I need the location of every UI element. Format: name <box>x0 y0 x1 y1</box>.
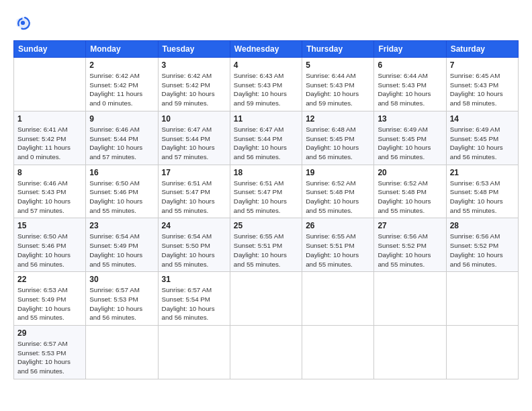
logo <box>13 13 35 32</box>
day-number: 27 <box>378 221 442 230</box>
day-number: 14 <box>450 114 515 124</box>
day-info: Sunrise: 6:45 AM Sunset: 5:43 PM Dayligh… <box>450 71 515 108</box>
calendar-cell: 2 Sunrise: 6:42 AM Sunset: 5:42 PM Dayli… <box>86 58 158 111</box>
calendar-cell: 22 Sunrise: 6:53 AM Sunset: 5:49 PM Dayl… <box>14 272 86 326</box>
calendar-cell: 15 Sunrise: 6:50 AM Sunset: 5:46 PM Dayl… <box>14 218 86 272</box>
calendar-cell: 12 Sunrise: 6:48 AM Sunset: 5:45 PM Dayl… <box>302 111 374 165</box>
calendar-cell: 3 Sunrise: 6:42 AM Sunset: 5:42 PM Dayli… <box>158 58 230 111</box>
calendar-cell: 20 Sunrise: 6:52 AM Sunset: 5:48 PM Dayl… <box>374 165 446 218</box>
day-info: Sunrise: 6:49 AM Sunset: 5:45 PM Dayligh… <box>378 125 442 162</box>
day-number: 8 <box>17 168 82 177</box>
page: Sunday Monday Tuesday Wednesday Thursday… <box>0 0 532 411</box>
day-number: 11 <box>234 114 298 124</box>
day-number: 16 <box>89 168 154 177</box>
calendar-cell: 9 Sunrise: 6:46 AM Sunset: 5:44 PM Dayli… <box>86 111 158 165</box>
day-number: 25 <box>234 221 298 230</box>
calendar-cell <box>86 326 158 379</box>
calendar-cell: 16 Sunrise: 6:50 AM Sunset: 5:46 PM Dayl… <box>86 165 158 218</box>
day-number: 18 <box>234 168 298 177</box>
col-monday: Monday <box>86 41 158 58</box>
calendar-row-4: 22 Sunrise: 6:53 AM Sunset: 5:49 PM Dayl… <box>14 272 519 326</box>
calendar-cell: 8 Sunrise: 6:46 AM Sunset: 5:43 PM Dayli… <box>14 165 86 218</box>
calendar-cell: 27 Sunrise: 6:56 AM Sunset: 5:52 PM Dayl… <box>374 218 446 272</box>
day-info: Sunrise: 6:41 AM Sunset: 5:42 PM Dayligh… <box>17 125 82 162</box>
day-info: Sunrise: 6:47 AM Sunset: 5:44 PM Dayligh… <box>162 125 226 162</box>
day-number: 21 <box>450 168 515 177</box>
day-number: 30 <box>89 275 154 284</box>
calendar-cell: 23 Sunrise: 6:54 AM Sunset: 5:49 PM Dayl… <box>86 218 158 272</box>
day-number: 19 <box>306 168 370 177</box>
calendar-cell <box>302 272 374 326</box>
calendar-cell: 19 Sunrise: 6:52 AM Sunset: 5:48 PM Dayl… <box>302 165 374 218</box>
day-number: 2 <box>89 60 154 70</box>
day-info: Sunrise: 6:42 AM Sunset: 5:42 PM Dayligh… <box>162 71 226 108</box>
calendar-cell: 25 Sunrise: 6:55 AM Sunset: 5:51 PM Dayl… <box>230 218 302 272</box>
day-info: Sunrise: 6:57 AM Sunset: 5:53 PM Dayligh… <box>89 285 154 322</box>
day-number: 4 <box>234 60 298 70</box>
calendar-cell: 1 Sunrise: 6:41 AM Sunset: 5:42 PM Dayli… <box>14 111 86 165</box>
day-number: 7 <box>450 60 515 70</box>
day-info: Sunrise: 6:56 AM Sunset: 5:52 PM Dayligh… <box>378 232 442 269</box>
calendar-cell: 17 Sunrise: 6:51 AM Sunset: 5:47 PM Dayl… <box>158 165 230 218</box>
calendar-row-0: 2 Sunrise: 6:42 AM Sunset: 5:42 PM Dayli… <box>14 58 519 111</box>
day-number: 5 <box>306 60 370 70</box>
day-number: 1 <box>17 114 82 124</box>
calendar-cell <box>374 272 446 326</box>
calendar-cell <box>14 58 86 111</box>
day-number: 20 <box>378 168 442 177</box>
calendar-cell: 7 Sunrise: 6:45 AM Sunset: 5:43 PM Dayli… <box>446 58 518 111</box>
logo-icon <box>13 13 32 32</box>
day-info: Sunrise: 6:52 AM Sunset: 5:48 PM Dayligh… <box>306 179 370 216</box>
day-number: 13 <box>378 114 442 124</box>
col-tuesday: Tuesday <box>158 41 230 58</box>
calendar-row-5: 29 Sunrise: 6:57 AM Sunset: 5:53 PM Dayl… <box>14 326 519 379</box>
col-sunday: Sunday <box>14 41 86 58</box>
calendar-header-row: Sunday Monday Tuesday Wednesday Thursday… <box>14 41 519 58</box>
calendar-row-1: 1 Sunrise: 6:41 AM Sunset: 5:42 PM Dayli… <box>14 111 519 165</box>
calendar-cell: 24 Sunrise: 6:54 AM Sunset: 5:50 PM Dayl… <box>158 218 230 272</box>
day-number: 17 <box>162 168 226 177</box>
col-thursday: Thursday <box>302 41 374 58</box>
day-info: Sunrise: 6:53 AM Sunset: 5:48 PM Dayligh… <box>450 179 515 216</box>
day-number: 15 <box>17 221 82 230</box>
day-info: Sunrise: 6:52 AM Sunset: 5:48 PM Dayligh… <box>378 179 442 216</box>
day-number: 22 <box>17 275 82 284</box>
calendar-cell: 10 Sunrise: 6:47 AM Sunset: 5:44 PM Dayl… <box>158 111 230 165</box>
calendar-cell: 4 Sunrise: 6:43 AM Sunset: 5:43 PM Dayli… <box>230 58 302 111</box>
day-number: 26 <box>306 221 370 230</box>
day-info: Sunrise: 6:47 AM Sunset: 5:44 PM Dayligh… <box>234 125 298 162</box>
day-number: 10 <box>162 114 226 124</box>
calendar-table: Sunday Monday Tuesday Wednesday Thursday… <box>13 40 519 379</box>
calendar-cell <box>230 326 302 379</box>
calendar-cell <box>446 272 518 326</box>
calendar-cell <box>374 326 446 379</box>
calendar-cell: 21 Sunrise: 6:53 AM Sunset: 5:48 PM Dayl… <box>446 165 518 218</box>
day-number: 24 <box>162 221 226 230</box>
day-number: 12 <box>306 114 370 124</box>
day-number: 9 <box>89 114 154 124</box>
day-info: Sunrise: 6:57 AM Sunset: 5:54 PM Dayligh… <box>162 285 226 322</box>
calendar-cell: 31 Sunrise: 6:57 AM Sunset: 5:54 PM Dayl… <box>158 272 230 326</box>
svg-point-1 <box>21 21 25 25</box>
header <box>13 13 519 32</box>
day-info: Sunrise: 6:51 AM Sunset: 5:47 PM Dayligh… <box>234 179 298 216</box>
col-saturday: Saturday <box>446 41 518 58</box>
day-info: Sunrise: 6:51 AM Sunset: 5:47 PM Dayligh… <box>162 179 226 216</box>
day-number: 3 <box>162 60 226 70</box>
day-info: Sunrise: 6:53 AM Sunset: 5:49 PM Dayligh… <box>17 285 82 322</box>
day-number: 23 <box>89 221 154 230</box>
day-info: Sunrise: 6:50 AM Sunset: 5:46 PM Dayligh… <box>17 232 82 269</box>
calendar-cell: 18 Sunrise: 6:51 AM Sunset: 5:47 PM Dayl… <box>230 165 302 218</box>
day-info: Sunrise: 6:57 AM Sunset: 5:53 PM Dayligh… <box>17 339 82 376</box>
calendar-cell: 6 Sunrise: 6:44 AM Sunset: 5:43 PM Dayli… <box>374 58 446 111</box>
day-info: Sunrise: 6:54 AM Sunset: 5:50 PM Dayligh… <box>162 232 226 269</box>
day-info: Sunrise: 6:43 AM Sunset: 5:43 PM Dayligh… <box>234 71 298 108</box>
day-info: Sunrise: 6:50 AM Sunset: 5:46 PM Dayligh… <box>89 179 154 216</box>
calendar-cell: 5 Sunrise: 6:44 AM Sunset: 5:43 PM Dayli… <box>302 58 374 111</box>
day-info: Sunrise: 6:48 AM Sunset: 5:45 PM Dayligh… <box>306 125 370 162</box>
calendar-cell <box>158 326 230 379</box>
day-info: Sunrise: 6:46 AM Sunset: 5:43 PM Dayligh… <box>17 179 82 216</box>
calendar-cell: 13 Sunrise: 6:49 AM Sunset: 5:45 PM Dayl… <box>374 111 446 165</box>
day-number: 28 <box>450 221 515 230</box>
day-number: 6 <box>378 60 442 70</box>
